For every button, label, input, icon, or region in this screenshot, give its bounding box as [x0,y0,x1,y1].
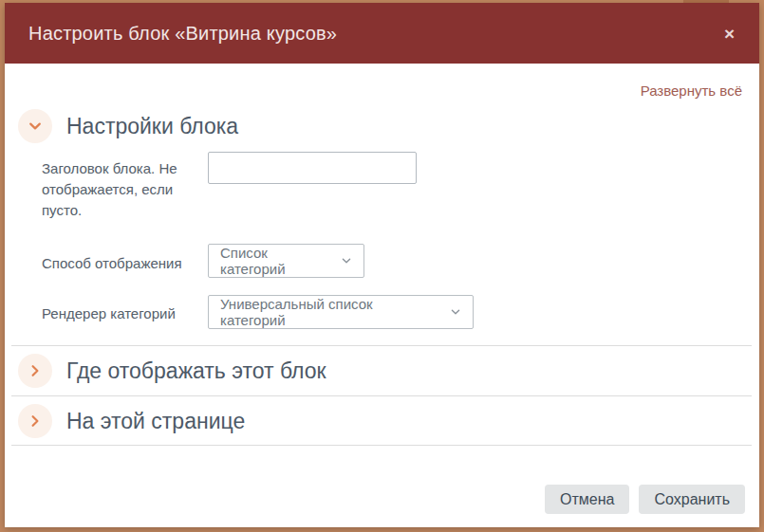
chevron-right-icon [28,363,43,378]
close-icon[interactable]: × [718,21,740,46]
section-heading-where-to-display[interactable]: Где отображать этот блок [66,354,326,388]
divider [11,345,752,346]
chevron-down-icon [28,119,43,134]
block-title-input[interactable] [208,152,417,184]
configure-block-dialog: Настроить блок «Витрина курсов» × Развер… [5,3,759,527]
divider [11,395,752,396]
section-heading-on-this-page[interactable]: На этой странице [66,404,245,438]
modal-backdrop: Настроить блок «Витрина курсов» × Развер… [0,0,764,532]
save-button[interactable]: Сохранить [639,485,745,514]
divider [11,445,752,446]
display-mode-select[interactable]: Список категорий [208,244,364,278]
chevron-down-icon [341,255,352,266]
category-renderer-label: Рендерер категорий [42,303,205,324]
chevron-right-icon [28,413,43,429]
section-toggle-where-to-display[interactable] [18,354,52,388]
display-mode-value: Список категорий [220,245,331,277]
section-heading-block-settings[interactable]: Настройки блока [66,109,238,143]
section-toggle-block-settings[interactable] [18,109,52,143]
section-toggle-on-this-page[interactable] [18,404,52,438]
block-title-label: Заголовок блока. Не отображается, если п… [42,158,205,221]
dialog-header: Настроить блок «Витрина курсов» × [5,3,759,64]
dialog-footer: Отмена Сохранить [545,485,745,514]
dialog-title: Настроить блок «Витрина курсов» [28,23,718,45]
expand-all-link[interactable]: Развернуть всё [641,83,742,99]
chevron-down-icon [450,306,461,318]
category-renderer-select[interactable]: Универсальный список категорий [208,295,474,329]
dialog-body: Развернуть всё Настройки блока Заголовок… [5,64,759,527]
cancel-button[interactable]: Отмена [545,485,629,514]
display-mode-label: Способ отображения [42,253,205,274]
category-renderer-value: Универсальный список категорий [220,296,440,328]
